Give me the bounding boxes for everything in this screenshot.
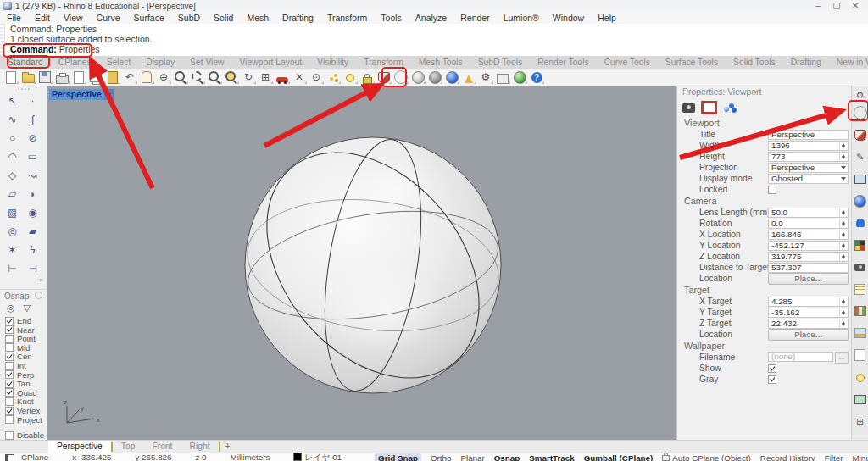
- width-field[interactable]: 1396: [768, 141, 849, 151]
- viewport-title-chip[interactable]: Perspective: [49, 89, 114, 100]
- zoom-window-icon[interactable]: [189, 69, 206, 85]
- print-icon[interactable]: [53, 69, 70, 85]
- spinner-buttons[interactable]: [839, 219, 848, 228]
- dock-overflow-chevron[interactable]: »: [0, 277, 47, 284]
- z-location-field[interactable]: 319.775: [768, 252, 849, 262]
- toggle-osnap[interactable]: Osnap: [494, 453, 520, 461]
- tab-surface-tools[interactable]: Surface Tools: [658, 57, 726, 69]
- command-prompt[interactable]: Command: Properties: [5, 44, 868, 54]
- dropdown-arrow-icon[interactable]: [839, 177, 848, 181]
- tab-transform[interactable]: Transform: [356, 57, 411, 69]
- menu-mesh[interactable]: Mesh: [240, 12, 275, 24]
- surface-icon[interactable]: ▱: [3, 186, 22, 203]
- osnap-mode-quad[interactable]: Quad: [5, 388, 47, 397]
- toggle-smarttrack[interactable]: SmartTrack: [529, 453, 574, 461]
- display-color-wheel-icon[interactable]: [392, 69, 409, 85]
- tab-cplanes[interactable]: CPlanes: [51, 57, 99, 69]
- y-target-field[interactable]: -35.162: [768, 308, 849, 318]
- move-view-icon[interactable]: ⊕: [155, 69, 172, 85]
- menu-lumion[interactable]: Lumion®: [497, 12, 546, 24]
- viewport-tab-right[interactable]: Right: [181, 441, 218, 453]
- menu-solid[interactable]: Solid: [207, 12, 240, 24]
- new-file-icon[interactable]: [3, 69, 19, 85]
- osnap-checkbox-cen[interactable]: [5, 353, 14, 361]
- spinner-buttons[interactable]: [839, 308, 848, 317]
- export-page-icon[interactable]: [70, 69, 87, 85]
- shaded-sphere-icon[interactable]: [409, 69, 426, 85]
- undo-icon[interactable]: ↶: [121, 69, 138, 85]
- light-bulb-icon[interactable]: [342, 69, 359, 85]
- layer-shield-icon[interactable]: [376, 69, 392, 85]
- toggle-gumball-cplane-[interactable]: Gumball (CPlane): [584, 453, 654, 461]
- libraries-books-icon[interactable]: [852, 300, 868, 322]
- viewport-menu-arrow-icon[interactable]: [104, 89, 114, 100]
- spin-down-icon[interactable]: [840, 235, 848, 239]
- gear-icon[interactable]: ⚙: [852, 88, 868, 102]
- rectangle-icon[interactable]: ▭: [24, 148, 42, 165]
- circle-center-icon[interactable]: ⊙: [308, 69, 325, 85]
- tab-curve-tools[interactable]: Curve Tools: [597, 57, 658, 69]
- plane-icon[interactable]: ▰: [24, 223, 42, 240]
- toggle-ortho[interactable]: Ortho: [431, 453, 452, 461]
- menu-surface[interactable]: Surface: [127, 12, 171, 24]
- osnap-snap-icon[interactable]: ◎: [7, 303, 15, 314]
- location-place-button[interactable]: Place...: [768, 273, 849, 285]
- raytraced-sphere-icon[interactable]: [443, 69, 460, 85]
- dropdown-arrow-icon[interactable]: [839, 166, 848, 169]
- sphere-icon[interactable]: ◉: [24, 204, 42, 221]
- camera-tab-icon[interactable]: [682, 103, 695, 113]
- menu-drafting[interactable]: Drafting: [275, 12, 320, 24]
- x-target-field[interactable]: 4.285: [768, 297, 849, 307]
- gray-checkbox[interactable]: [768, 375, 776, 384]
- handle-curve-icon[interactable]: ʃ: [24, 111, 42, 128]
- pan-hand-icon[interactable]: [138, 69, 155, 85]
- spin-down-icon[interactable]: [840, 313, 848, 317]
- maximize-button[interactable]: ▢: [827, 0, 846, 12]
- locked-checkbox[interactable]: [768, 186, 776, 194]
- y-location-field[interactable]: -452.127: [768, 241, 849, 251]
- menu-curve[interactable]: Curve: [90, 12, 127, 24]
- x-location-field[interactable]: 166.846: [768, 230, 849, 240]
- layer-color-swatch[interactable]: [293, 453, 302, 461]
- spin-down-icon[interactable]: [840, 146, 848, 150]
- rotate-view-icon[interactable]: ↻: [240, 69, 257, 85]
- light-tab-icon[interactable]: [723, 103, 738, 114]
- spinner-buttons[interactable]: [839, 230, 848, 239]
- spinner-buttons[interactable]: [839, 297, 848, 306]
- osnap-mode-cen[interactable]: Cen: [5, 353, 47, 362]
- tab-display[interactable]: Display: [138, 57, 182, 69]
- spinner-buttons[interactable]: [839, 208, 848, 217]
- spinner-buttons[interactable]: [839, 319, 848, 328]
- height-field[interactable]: 773: [768, 152, 849, 162]
- toggle-grid-snap[interactable]: Grid Snap: [375, 453, 421, 461]
- zoom-selected-icon[interactable]: [223, 69, 240, 85]
- status-x[interactable]: x -336.425: [72, 453, 111, 461]
- osnap-checkbox-disable[interactable]: [5, 431, 14, 440]
- tab-drafting[interactable]: Drafting: [783, 57, 829, 69]
- display-mode-field[interactable]: Ghosted: [768, 174, 849, 184]
- osnap-mode-knot[interactable]: Knot: [5, 397, 47, 407]
- notes-icon[interactable]: [852, 278, 868, 300]
- cone-icon[interactable]: [460, 69, 477, 85]
- osnap-checkbox-mid[interactable]: [5, 343, 14, 352]
- close-button[interactable]: ✕: [846, 0, 865, 12]
- osnap-mode-tan[interactable]: Tan: [5, 379, 47, 388]
- spin-down-icon[interactable]: [840, 324, 848, 328]
- osnap-mode-mid[interactable]: Mid: [5, 343, 47, 353]
- osnap-checkbox-near[interactable]: [5, 325, 14, 334]
- help-icon[interactable]: ?: [528, 69, 545, 85]
- tab-standard[interactable]: Standard: [0, 57, 51, 69]
- menu-window[interactable]: Window: [546, 12, 591, 24]
- panel-box-icon[interactable]: [852, 344, 868, 366]
- spinner-buttons[interactable]: [839, 242, 848, 250]
- tab-select[interactable]: Select: [99, 57, 139, 69]
- spinner-buttons[interactable]: [839, 142, 848, 150]
- color-swatch-icon[interactable]: [852, 234, 868, 256]
- filename-field[interactable]: (none): [768, 352, 833, 362]
- paste-icon[interactable]: [104, 69, 121, 85]
- rendering-image-icon[interactable]: [852, 322, 868, 344]
- select-arrow-icon[interactable]: ↖: [3, 92, 22, 109]
- spin-down-icon[interactable]: [840, 257, 848, 261]
- show-checkbox[interactable]: [768, 364, 776, 373]
- osnap-checkbox-knot[interactable]: [5, 397, 14, 406]
